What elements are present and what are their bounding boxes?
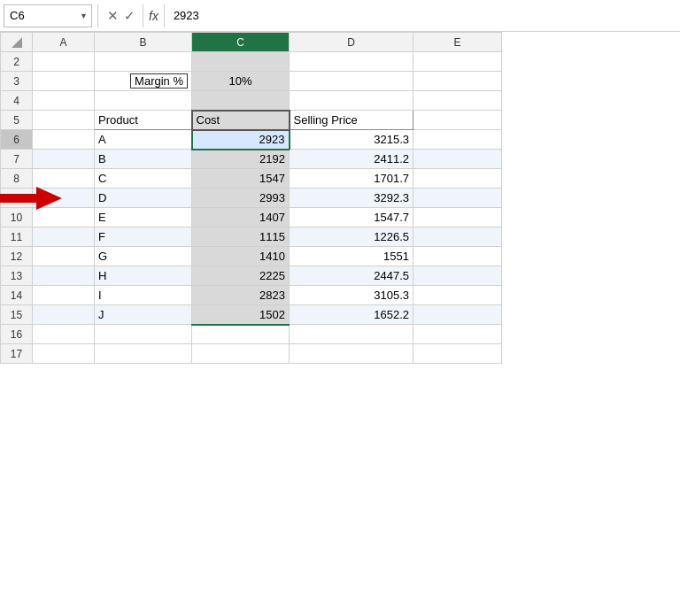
cell-d9[interactable]: 3292.3 [290, 189, 413, 208]
cell-b12[interactable]: G [95, 247, 192, 266]
cell-a17[interactable] [33, 344, 95, 364]
cell-a16[interactable] [33, 325, 95, 344]
cell-e16[interactable] [413, 325, 502, 344]
col-header-e[interactable]: E [413, 33, 502, 52]
cell-c3[interactable]: 10% [192, 72, 290, 91]
col-header-a[interactable]: A [33, 33, 95, 52]
formula-input[interactable] [168, 4, 676, 27]
cell-a6[interactable] [33, 130, 95, 150]
col-header-c[interactable]: C [192, 33, 290, 52]
cell-a4[interactable] [33, 91, 95, 111]
cell-b9[interactable]: D [95, 189, 192, 208]
cell-d4[interactable] [290, 91, 413, 111]
cell-c11[interactable]: 1115 [192, 227, 290, 247]
cell-c14[interactable]: 2823 [192, 286, 290, 305]
cell-e15[interactable] [413, 305, 502, 325]
cell-d17[interactable] [290, 344, 413, 364]
cell-b16[interactable] [95, 325, 192, 344]
cell-a10[interactable] [33, 208, 95, 227]
cell-c6[interactable]: 2923 [192, 130, 290, 150]
cell-e12[interactable] [413, 247, 502, 266]
cell-d16[interactable] [290, 325, 413, 344]
cancel-icon[interactable]: ✕ [107, 8, 119, 24]
cell-a11[interactable] [33, 227, 95, 247]
row-header-7[interactable]: 7 [1, 150, 33, 169]
cell-a5[interactable] [33, 111, 95, 130]
cell-e11[interactable] [413, 227, 502, 247]
cell-b6[interactable]: A [95, 130, 192, 150]
confirm-icon[interactable]: ✓ [124, 8, 135, 24]
cell-c15[interactable]: 1502 [192, 305, 290, 325]
cell-b4[interactable] [95, 91, 192, 111]
cell-a15[interactable] [33, 305, 95, 325]
cell-b7[interactable]: B [95, 150, 192, 169]
row-header-5[interactable]: 5 [1, 111, 33, 130]
col-header-b[interactable]: B [95, 33, 192, 52]
cell-c16[interactable] [192, 325, 290, 344]
name-box[interactable]: C6 ▼ [4, 4, 92, 27]
cell-b3[interactable]: Margin % [95, 72, 192, 91]
cell-d5[interactable]: Selling Price [290, 111, 413, 130]
row-header-2[interactable]: 2 [1, 52, 33, 72]
cell-a7[interactable] [33, 150, 95, 169]
cell-d3[interactable] [290, 72, 413, 91]
cell-e17[interactable] [413, 344, 502, 364]
row-header-13[interactable]: 13 [1, 266, 33, 286]
cell-e8[interactable] [413, 169, 502, 189]
row-header-12[interactable]: 12 [1, 247, 33, 266]
cell-d11[interactable]: 1226.5 [290, 227, 413, 247]
cell-b8[interactable]: C [95, 169, 192, 189]
row-header-3[interactable]: 3 [1, 72, 33, 91]
cell-e10[interactable] [413, 208, 502, 227]
cell-e7[interactable] [413, 150, 502, 169]
cell-a14[interactable] [33, 286, 95, 305]
row-header-6[interactable]: 6 [1, 130, 33, 150]
row-header-17[interactable]: 17 [1, 344, 33, 364]
cell-c7[interactable]: 2192 [192, 150, 290, 169]
cell-c13[interactable]: 2225 [192, 266, 290, 286]
row-header-4[interactable]: 4 [1, 91, 33, 111]
col-header-d[interactable]: D [290, 33, 413, 52]
row-header-15[interactable]: 15 [1, 305, 33, 325]
cell-c5[interactable]: Cost [192, 111, 290, 130]
cell-c10[interactable]: 1407 [192, 208, 290, 227]
row-header-16[interactable]: 16 [1, 325, 33, 344]
cell-e13[interactable] [413, 266, 502, 286]
cell-e5[interactable] [413, 111, 502, 130]
cell-e4[interactable] [413, 91, 502, 111]
cell-e6[interactable] [413, 130, 502, 150]
cell-b13[interactable]: H [95, 266, 192, 286]
cell-a9[interactable] [33, 189, 95, 208]
cell-b11[interactable]: F [95, 227, 192, 247]
cell-d14[interactable]: 3105.3 [290, 286, 413, 305]
cell-e3[interactable] [413, 72, 502, 91]
cell-d2[interactable] [290, 52, 413, 72]
cell-c8[interactable]: 1547 [192, 169, 290, 189]
cell-b2[interactable] [95, 52, 192, 72]
cell-c9[interactable]: 2993 [192, 189, 290, 208]
cell-d12[interactable]: 1551 [290, 247, 413, 266]
cell-c4[interactable] [192, 91, 290, 111]
cell-c17[interactable] [192, 344, 290, 364]
cell-b15[interactable]: J [95, 305, 192, 325]
cell-d13[interactable]: 2447.5 [290, 266, 413, 286]
cell-c2[interactable] [192, 52, 290, 72]
cell-c12[interactable]: 1410 [192, 247, 290, 266]
cell-e14[interactable] [413, 286, 502, 305]
cell-a3[interactable] [33, 72, 95, 91]
cell-b10[interactable]: E [95, 208, 192, 227]
cell-b17[interactable] [95, 344, 192, 364]
cell-b5[interactable]: Product [95, 111, 192, 130]
row-header-14[interactable]: 14 [1, 286, 33, 305]
cell-a2[interactable] [33, 52, 95, 72]
cell-e2[interactable] [413, 52, 502, 72]
row-header-11[interactable]: 11 [1, 227, 33, 247]
cell-d6[interactable]: 3215.3 [290, 130, 413, 150]
cell-e9[interactable] [413, 189, 502, 208]
cell-d10[interactable]: 1547.7 [290, 208, 413, 227]
cell-a12[interactable] [33, 247, 95, 266]
cell-b14[interactable]: I [95, 286, 192, 305]
cell-a13[interactable] [33, 266, 95, 286]
cell-d15[interactable]: 1652.2 [290, 305, 413, 325]
cell-d7[interactable]: 2411.2 [290, 150, 413, 169]
